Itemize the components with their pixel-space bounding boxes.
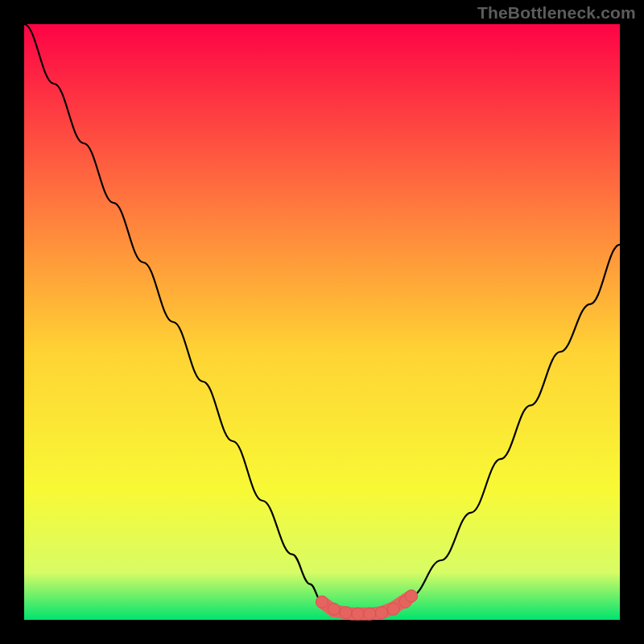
optimal-marker-dot [340,607,352,619]
watermark-text: TheBottleneck.com [477,3,636,23]
optimal-marker-dot [316,596,328,608]
bottleneck-chart [0,0,644,644]
optimal-marker-dot [328,603,340,615]
optimal-marker-dot [376,607,388,619]
optimal-marker-dot [387,603,399,615]
optimal-marker-dot [406,590,418,602]
chart-container: TheBottleneck.com [0,0,644,644]
optimal-marker-dot [364,608,376,620]
optimal-marker-dot [352,608,364,620]
plot-background [24,24,620,620]
